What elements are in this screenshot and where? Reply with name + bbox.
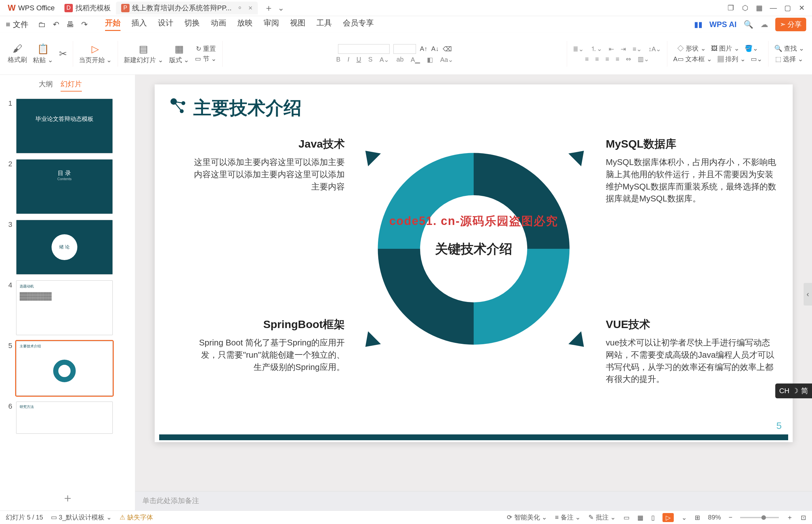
decrease-font-icon[interactable]: A↓ [431, 45, 438, 52]
view-normal-icon[interactable]: ▭ [624, 514, 630, 521]
tab-dropdown-icon[interactable]: ⌄ [278, 3, 284, 13]
review-button[interactable]: ✎ 批注 ⌄ [589, 513, 616, 522]
line-spacing-icon[interactable]: ≡⌄ [632, 45, 642, 53]
cloud-icon[interactable]: ☁ [760, 20, 768, 29]
layout-button[interactable]: ▦版式 ⌄ [169, 43, 189, 64]
font-family-select[interactable] [338, 44, 390, 54]
maximize-button[interactable]: ▢ [780, 4, 795, 12]
tab-view[interactable]: 视图 [290, 18, 305, 31]
indent-right-icon[interactable]: ⇥ [620, 45, 626, 53]
arrange-button[interactable]: ▦ 排列 ⌄ [717, 55, 746, 64]
section-button[interactable]: ▭ 节 ⌄ [195, 54, 217, 63]
thumb-1[interactable]: 毕业论文答辩动态模板 [16, 99, 113, 153]
strike-icon[interactable]: S [368, 56, 372, 63]
thumb-3[interactable]: 绪 论 [16, 220, 113, 275]
slide-canvas[interactable]: 主要技术介绍 关键技术介绍 [155, 84, 793, 442]
zoom-in-icon[interactable]: ＋ [786, 513, 793, 522]
beautify-button[interactable]: ⟳ 智能美化 ⌄ [507, 513, 547, 522]
close-tab-icon[interactable]: × [248, 4, 253, 12]
thumb-6[interactable]: 研究方法 [16, 402, 113, 434]
align-center-icon[interactable]: ≡ [595, 55, 599, 63]
save-icon[interactable]: 🗀 [38, 20, 46, 29]
find-button[interactable]: 🔍 查找 ⌄ [774, 44, 804, 53]
minimize-button[interactable]: — [766, 4, 780, 12]
search-icon[interactable]: 🔍 [744, 20, 753, 29]
tab-document[interactable]: P 线上教育培训办公系统答辩PP... ⚬ × [116, 2, 258, 15]
missing-font-warning[interactable]: ⚠ 缺失字体 [119, 513, 153, 522]
paste-button[interactable]: 📋粘贴 ⌄ [33, 43, 53, 64]
image-button[interactable]: 🖼 图片 ⌄ [711, 44, 740, 53]
grid-icon[interactable]: ⊞ [695, 514, 700, 521]
remark-button[interactable]: ≡ 备注 ⌄ [555, 513, 581, 522]
notes-pane[interactable]: 单击此处添加备注 [135, 491, 812, 510]
font-color-icon[interactable]: A▁ [411, 56, 420, 64]
tab-member[interactable]: 会员专享 [343, 18, 374, 31]
tab-animation[interactable]: 动画 [211, 18, 226, 31]
reset-button[interactable]: ↻ 重置 [196, 45, 216, 53]
thumbnails-list[interactable]: 1毕业论文答辩动态模板 2目 录Contents 3绪 论 4选题动机█████… [0, 96, 135, 486]
format-brush-button[interactable]: 🖌格式刷 [8, 43, 27, 64]
numbering-icon[interactable]: ⒈⌄ [590, 45, 602, 53]
columns-icon[interactable]: ▥⌄ [638, 55, 649, 63]
new-tab-button[interactable]: ＋ [264, 2, 273, 14]
template-name[interactable]: ▭ 3_默认设计模板 ⌄ [51, 513, 112, 522]
zoom-value[interactable]: 89% [708, 514, 721, 521]
tab-design[interactable]: 设计 [158, 18, 173, 31]
slideshow-button[interactable]: ▷ [662, 513, 674, 522]
fit-icon[interactable]: ⊡ [801, 514, 806, 521]
indent-left-icon[interactable]: ⇤ [609, 45, 614, 53]
collapse-panel-icon[interactable]: ‹ [803, 283, 812, 306]
underline-icon[interactable]: U [357, 56, 361, 63]
window-copy-icon[interactable]: ❐ [724, 4, 738, 12]
pin-icon[interactable]: ⚬ [237, 4, 243, 12]
redo-icon[interactable]: ↷ [81, 20, 88, 29]
undo-icon[interactable]: ↶ [53, 20, 59, 29]
bold-icon[interactable]: B [336, 56, 340, 63]
outline-icon[interactable]: ▭⌄ [751, 55, 762, 63]
align-left-icon[interactable]: ≡ [585, 55, 589, 63]
increase-font-icon[interactable]: A↑ [420, 45, 427, 52]
close-window-button[interactable]: ✕ [795, 4, 809, 12]
tab-tools[interactable]: 工具 [316, 18, 332, 31]
share-button[interactable]: ➣分享 [775, 18, 806, 31]
thumb-4[interactable]: 选题动机████████████████████████████████████… [16, 280, 113, 335]
zoom-out-icon[interactable]: − [729, 514, 732, 521]
wps-ai-button[interactable]: WPS AI [710, 20, 736, 29]
thumb-5[interactable]: 主要技术介绍 [16, 341, 113, 396]
clear-format-icon[interactable]: ⌫ [443, 45, 452, 53]
align-justify-icon[interactable]: ≡ [615, 55, 619, 63]
panel-tab-outline[interactable]: 大纲 [39, 79, 53, 92]
ime-indicator[interactable]: CH ☽ 简 [775, 383, 812, 398]
italic-icon[interactable]: I [348, 56, 350, 63]
panel-tab-slides[interactable]: 幻灯片 [61, 79, 82, 92]
tab-template-store[interactable]: D 找稻壳模板 [59, 2, 116, 15]
align-right-icon[interactable]: ≡ [606, 55, 609, 63]
text-fill-icon[interactable]: ◧ [427, 56, 433, 64]
distribute-icon[interactable]: ⇔ [626, 55, 631, 63]
tab-insert[interactable]: 插入 [131, 18, 147, 31]
slideshow-dropdown-icon[interactable]: ⌄ [681, 514, 687, 521]
thumb-2[interactable]: 目 录Contents [16, 159, 113, 214]
change-case-icon[interactable]: Aa⌄ [440, 56, 453, 64]
file-menu[interactable]: ≡ 文件 [6, 19, 28, 30]
bullets-icon[interactable]: ≣⌄ [573, 45, 584, 53]
view-reading-icon[interactable]: ▯ [651, 514, 655, 521]
font-size-select[interactable] [394, 44, 416, 54]
tab-start[interactable]: 开始 [105, 18, 120, 31]
tab-review[interactable]: 审阅 [264, 18, 279, 31]
avatar-icon[interactable]: ▦ [752, 4, 766, 12]
font-effects-icon[interactable]: A⌄ [380, 56, 389, 64]
from-current-button[interactable]: ▷当页开始 ⌄ [79, 43, 112, 64]
text-direction-icon[interactable]: ↕A⌄ [648, 45, 661, 53]
textbox-button[interactable]: A▭ 文本框 ⌄ [673, 55, 712, 64]
add-slide-button[interactable]: ＋ [0, 486, 135, 510]
highlight-icon[interactable]: ab [396, 56, 403, 63]
shape-button[interactable]: ◇ 形状 ⌄ [677, 44, 706, 53]
zoom-slider[interactable] [740, 517, 779, 518]
fill-icon[interactable]: 🪣⌄ [745, 45, 758, 52]
view-sorter-icon[interactable]: ▦ [637, 514, 644, 521]
cube-icon[interactable]: ⬡ [738, 4, 752, 12]
tab-slideshow[interactable]: 放映 [237, 18, 253, 31]
select-button[interactable]: ⬚ 选择 ⌄ [775, 55, 803, 64]
tab-transition[interactable]: 切换 [184, 18, 200, 31]
